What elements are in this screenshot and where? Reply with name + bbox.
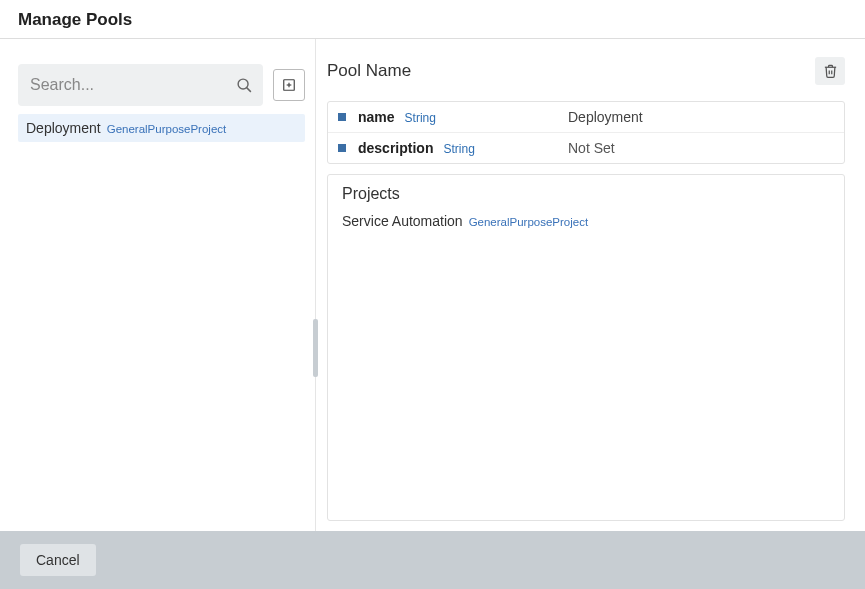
details-heading: Pool Name bbox=[327, 61, 411, 81]
dialog-title: Manage Pools bbox=[18, 10, 847, 30]
property-key: name bbox=[358, 109, 395, 125]
search-wrap bbox=[18, 64, 263, 106]
dialog-footer: Cancel bbox=[0, 531, 865, 589]
property-key-cell: description String bbox=[358, 140, 568, 156]
project-item-name: Service Automation bbox=[342, 213, 463, 229]
cancel-button[interactable]: Cancel bbox=[20, 544, 96, 576]
details-pane: Pool Name name String bbox=[317, 39, 865, 531]
pool-item-name: Deployment bbox=[26, 120, 101, 136]
pane-divider bbox=[315, 39, 317, 531]
dialog-header: Manage Pools bbox=[0, 0, 865, 39]
properties-table: name String Deployment description Strin… bbox=[327, 101, 845, 164]
search-button[interactable] bbox=[236, 77, 253, 94]
projects-heading: Projects bbox=[342, 185, 830, 203]
search-input[interactable] bbox=[30, 76, 236, 94]
property-marker-icon bbox=[338, 113, 346, 121]
trash-icon bbox=[823, 63, 838, 79]
delete-pool-button[interactable] bbox=[815, 57, 845, 85]
pool-item-badge: GeneralPurposeProject bbox=[107, 123, 227, 135]
resize-handle[interactable] bbox=[313, 319, 318, 377]
property-key: description bbox=[358, 140, 433, 156]
projects-panel: Projects Service Automation GeneralPurpo… bbox=[327, 174, 845, 521]
property-value: Deployment bbox=[568, 109, 643, 125]
pool-list: Deployment GeneralPurposeProject bbox=[18, 114, 305, 142]
property-value: Not Set bbox=[568, 140, 615, 156]
search-icon bbox=[236, 77, 253, 94]
details-header: Pool Name bbox=[327, 57, 845, 91]
add-pool-button[interactable] bbox=[273, 69, 305, 101]
pool-list-item[interactable]: Deployment GeneralPurposeProject bbox=[18, 114, 305, 142]
dialog-body: Deployment GeneralPurposeProject Pool Na… bbox=[0, 39, 865, 531]
svg-line-1 bbox=[247, 87, 251, 91]
svg-point-0 bbox=[238, 79, 248, 89]
property-row[interactable]: name String Deployment bbox=[328, 102, 844, 133]
property-type: String bbox=[405, 111, 436, 125]
sidebar: Deployment GeneralPurposeProject bbox=[0, 39, 315, 531]
property-type: String bbox=[443, 142, 474, 156]
property-key-cell: name String bbox=[358, 109, 568, 125]
search-row bbox=[18, 64, 305, 106]
property-marker-icon bbox=[338, 144, 346, 152]
plus-icon bbox=[282, 78, 296, 92]
project-list-item[interactable]: Service Automation GeneralPurposeProject bbox=[342, 213, 830, 229]
project-item-badge: GeneralPurposeProject bbox=[469, 216, 589, 228]
property-row[interactable]: description String Not Set bbox=[328, 133, 844, 163]
